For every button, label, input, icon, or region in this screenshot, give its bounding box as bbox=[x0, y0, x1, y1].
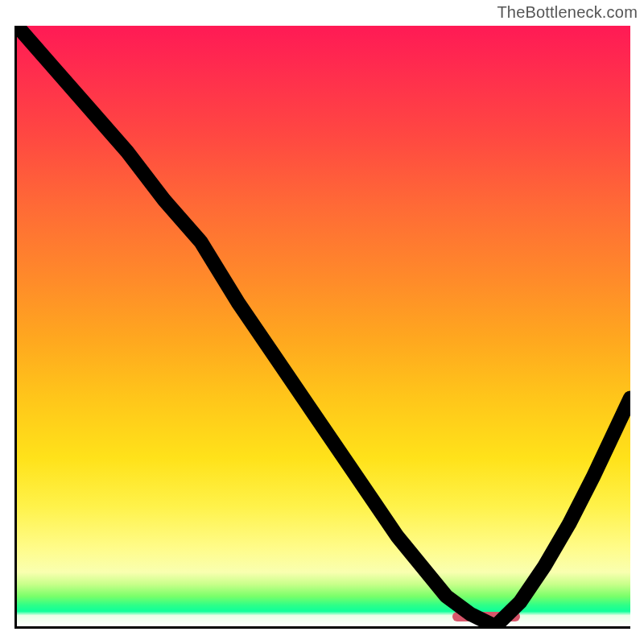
plot-area bbox=[14, 26, 630, 629]
watermark-text: TheBottleneck.com bbox=[497, 3, 638, 22]
bottleneck-curve bbox=[17, 26, 630, 626]
chart-wrap: TheBottleneck.com bbox=[0, 0, 644, 644]
